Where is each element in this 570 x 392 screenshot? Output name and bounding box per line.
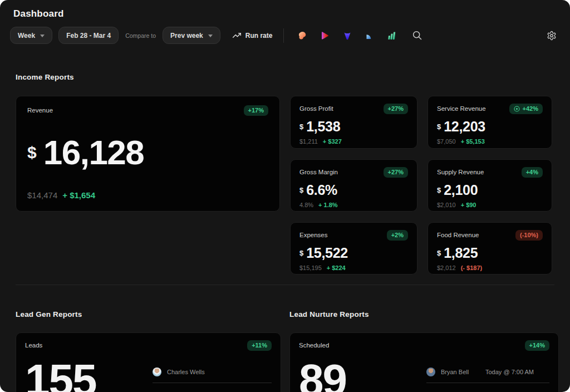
currency-prefix: $	[437, 122, 441, 131]
currency-prefix: $	[437, 186, 441, 194]
supply-revenue-card[interactable]: Supply Revenue +4% $ 2,100 $2,010 + $90	[428, 159, 552, 212]
orange-blob-icon[interactable]	[298, 31, 308, 41]
header: Dashboard	[0, 0, 570, 20]
gear-icon[interactable]	[547, 31, 557, 41]
income-reports-title: Income Reports	[16, 73, 570, 81]
card-label: Revenue	[27, 105, 53, 114]
gross-profit-card[interactable]: Gross Profit +27% $ 1,538 $1,211 + $327	[290, 96, 417, 149]
people-list: Bryan Bell Today @ 7:00 AM	[426, 367, 549, 383]
play-gradient-icon[interactable]	[320, 31, 330, 41]
food-revenue-card[interactable]: Food Revenue (-10%) $ 1,825 $2,012 (- $1…	[428, 222, 552, 275]
delta-value: + $327	[323, 138, 342, 145]
delta-value: + 1.8%	[318, 202, 338, 208]
dashboard-app: Dashboard Week Feb 28 - Mar 4 Compare to…	[0, 0, 570, 392]
scheduled-card[interactable]: Scheduled +14% 89 Bryan Bell Today @ 7:0…	[289, 332, 559, 392]
metric-value: 1,825	[444, 245, 478, 261]
delta-value: + $1,654	[62, 190, 95, 200]
card-label: Gross Profit	[299, 104, 333, 112]
previous-value: $1,211	[299, 138, 318, 145]
avatar	[153, 367, 161, 376]
change-badge: +4%	[522, 167, 543, 178]
previous-value: 4.8%	[299, 202, 313, 208]
expenses-card[interactable]: Expenses +2% $ 15,522 $15,195 + $224	[290, 222, 417, 275]
previous-value: $14,474	[27, 190, 57, 200]
change-badge: +42%	[509, 104, 543, 114]
metric-value: 15,522	[306, 245, 348, 261]
green-bars-icon[interactable]	[387, 31, 397, 41]
metric-value: 2,100	[444, 182, 478, 198]
card-label: Supply Revenue	[437, 167, 484, 175]
page-title: Dashboard	[13, 8, 557, 20]
change-badge: +14%	[525, 340, 549, 351]
card-label: Leads	[25, 340, 42, 349]
change-badge: +11%	[247, 340, 272, 351]
card-label: Gross Margin	[299, 167, 338, 175]
currency-prefix: $	[299, 186, 303, 194]
person-name: Charles Wells	[167, 369, 205, 375]
integration-icons	[298, 31, 397, 41]
avatar	[426, 367, 435, 376]
currency-prefix: $	[299, 249, 303, 257]
date-range-label: Feb 28 - Mar 4	[66, 32, 111, 40]
bottom-grid: Leads +11% 155 Charles Wells Scheduled +…	[16, 332, 570, 392]
change-badge: +27%	[384, 104, 408, 114]
change-badge: +17%	[244, 105, 268, 116]
metric-value: 89	[299, 354, 346, 392]
revenue-card[interactable]: Revenue +17% $ 16,128 $14,474 + $1,654	[16, 96, 280, 212]
change-badge: (-10%)	[515, 230, 543, 241]
gross-margin-card[interactable]: Gross Margin +27% $ 6.6% 4.8% + 1.8%	[290, 159, 417, 212]
quarter-fan-icon[interactable]	[365, 31, 375, 41]
person-time: Today @ 7:00 AM	[485, 369, 549, 375]
metric-value: 155	[25, 354, 96, 392]
toolbar: Week Feb 28 - Mar 4 Compare to Prev week…	[10, 27, 557, 44]
toolbar-divider	[283, 28, 284, 43]
person-name: Bryan Bell	[441, 369, 469, 375]
metric-value: 6.6%	[306, 182, 337, 198]
date-range-button[interactable]: Feb 28 - Mar 4	[58, 27, 119, 44]
card-label: Service Revenue	[437, 104, 486, 112]
currency-prefix: $	[27, 143, 37, 162]
metric-value: 16,128	[43, 135, 144, 170]
metric-value: 12,203	[444, 119, 485, 134]
delta-value: + $224	[327, 264, 346, 271]
lead-nurture-reports-title: Lead Nurture Reports	[289, 310, 559, 318]
card-label: Scheduled	[299, 340, 329, 349]
card-label: Food Revenue	[437, 230, 479, 238]
period-dropdown-label: Week	[18, 32, 35, 40]
trend-up-icon	[233, 31, 241, 40]
compare-to-label: Compare to	[125, 32, 156, 39]
people-list: Charles Wells	[153, 367, 272, 383]
delta-value: + $90	[461, 202, 476, 208]
list-item[interactable]: Bryan Bell Today @ 7:00 AM	[426, 367, 549, 383]
lead-gen-reports-title: Lead Gen Reports	[16, 310, 281, 318]
previous-value: $7,050	[437, 138, 456, 145]
currency-prefix: $	[437, 249, 441, 257]
delta-value: (- $187)	[461, 264, 483, 271]
search-icon[interactable]	[412, 30, 422, 41]
previous-value: $15,195	[299, 264, 322, 271]
chevron-down-icon	[40, 35, 45, 37]
period-dropdown[interactable]: Week	[10, 27, 52, 44]
delta-value: + $5,153	[461, 138, 485, 145]
card-label: Expenses	[299, 230, 328, 238]
run-rate-button[interactable]: Run rate	[233, 31, 273, 40]
currency-prefix: $	[299, 122, 303, 131]
previous-value: $2,010	[437, 202, 456, 208]
list-item[interactable]: Charles Wells	[153, 367, 272, 383]
metric-value: 1,538	[306, 119, 340, 134]
change-badge: +2%	[387, 230, 408, 241]
income-grid: Revenue +17% $ 16,128 $14,474 + $1,654 G…	[16, 96, 559, 275]
run-rate-label: Run rate	[245, 32, 273, 40]
chevron-down-icon	[208, 35, 213, 37]
service-revenue-card[interactable]: Service Revenue +42% $ 12,203 $7,050 + $…	[428, 96, 552, 149]
previous-value: $2,012	[437, 264, 456, 271]
funnel-icon[interactable]	[342, 31, 352, 41]
compare-dropdown-label: Prev week	[170, 32, 203, 40]
compare-dropdown[interactable]: Prev week	[163, 27, 220, 44]
streak-medal-icon	[514, 106, 520, 112]
leads-card[interactable]: Leads +11% 155 Charles Wells	[16, 332, 281, 392]
section-divider	[16, 285, 554, 285]
change-badge: +27%	[384, 167, 408, 178]
